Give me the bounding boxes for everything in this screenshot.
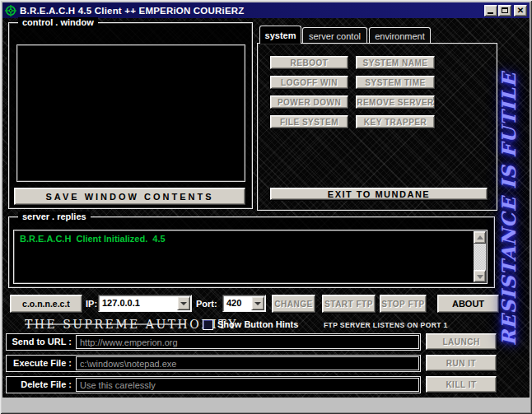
title-bar: B.R.E.A.C.H 4.5 Client ++ EMPERiON COURi…	[2, 2, 530, 18]
maximize-button[interactable]	[498, 5, 511, 16]
minimize-button[interactable]	[484, 5, 497, 16]
connect-button[interactable]: c.o.n.n.e.c.t	[10, 295, 82, 313]
control-window-group-label: control . window	[18, 17, 98, 28]
close-button[interactable]: ✕	[514, 5, 527, 16]
delete-file-label: Delete File :	[7, 377, 76, 393]
stop-ftp-button[interactable]: STOP FTP	[380, 295, 427, 313]
tab-server-contol[interactable]: server contol	[302, 27, 367, 44]
reply-line: B.R.E.A.C.H Client Initialized. 4.5	[20, 234, 166, 244]
show-button-hints-checkbox[interactable]	[203, 319, 213, 330]
delete-file-input[interactable]	[76, 378, 419, 392]
execute-file-label: Execute File :	[7, 356, 76, 371]
ftp-port-note: FTP SERVER LISTENS ON PORT 1	[324, 321, 448, 329]
execute-file-input[interactable]	[76, 356, 419, 370]
save-window-contents-button[interactable]: SAVE WINDOW CONTENTS	[14, 188, 245, 205]
chevron-down-icon	[254, 302, 261, 305]
port-value: 420	[223, 295, 250, 311]
tab-system[interactable]: system	[259, 26, 301, 44]
send-to-url-label: Send to URL :	[7, 334, 76, 350]
app-target-icon	[5, 5, 16, 16]
launch-button[interactable]: LAUNCH	[426, 333, 497, 350]
maximize-icon	[502, 7, 508, 13]
minimize-icon	[488, 12, 493, 14]
ip-value: 127.0.0.1	[99, 295, 176, 311]
chevron-down-icon	[180, 302, 187, 305]
ip-label: IP:	[86, 299, 97, 309]
scroll-up-button[interactable]	[474, 231, 486, 244]
kill-it-button[interactable]: KILL IT	[426, 376, 497, 393]
replies-scrollbar[interactable]	[474, 231, 486, 282]
port-dropdown-button[interactable]	[251, 296, 264, 310]
send-to-url-row: Send to URL :	[6, 333, 421, 351]
tab-environment[interactable]: environment	[369, 27, 431, 44]
arrow-down-icon	[477, 275, 483, 279]
exit-to-mundane-button[interactable]: EXIT TO MUNDANE	[270, 188, 488, 200]
delete-file-row: Delete File :	[6, 376, 421, 393]
change-button[interactable]: CHANGE	[272, 295, 315, 313]
supreme-authority-text: THE SUPREME AUTHORITY	[25, 318, 185, 332]
about-button[interactable]: ABOUT	[437, 295, 499, 313]
port-combobox[interactable]: 420	[222, 295, 266, 312]
start-ftp-button[interactable]: START FTP	[322, 295, 376, 313]
show-button-hints-label: Show Button Hints	[217, 319, 298, 329]
control-window-display	[16, 44, 245, 182]
scroll-down-button[interactable]	[474, 270, 486, 282]
ip-dropdown-button[interactable]	[177, 296, 190, 310]
app-window: B.R.E.A.C.H 4.5 Client ++ EMPERiON COURi…	[0, 0, 532, 414]
server-replies-group-label: server . replies	[18, 212, 91, 222]
run-it-button[interactable]: RUN IT	[426, 355, 497, 371]
server-replies-list[interactable]: B.R.E.A.C.H Client Initialized. 4.5	[13, 230, 488, 284]
arrow-up-icon	[477, 235, 483, 240]
send-to-url-input[interactable]	[76, 335, 419, 349]
execute-file-row: Execute File :	[6, 355, 421, 372]
ip-combobox[interactable]: 127.0.0.1	[98, 295, 192, 312]
resistance-is-futile-text: RESISTANCE IS FUTILE	[497, 23, 529, 395]
port-label: Port:	[196, 299, 217, 309]
window-title: B.R.E.A.C.H 4.5 Client ++ EMPERiON COURi…	[20, 6, 484, 16]
system-tab-panel	[257, 43, 497, 211]
